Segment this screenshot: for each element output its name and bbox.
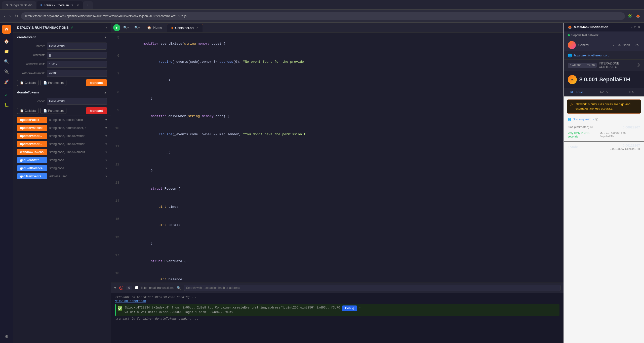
mm-minimize-btn[interactable]: − [631,25,632,29]
mm-warning: ⚠ Network is busy. Gas prices are high a… [567,99,641,114]
mm-avatar [568,41,576,49]
back-button[interactable]: ‹ [3,13,6,19]
zoom-out-btn[interactable]: 🔍− [121,26,131,29]
func-chevron-withdraw-tokens[interactable]: ▾ [105,150,107,154]
func-btn-withdraw-tokens[interactable]: withdrawTokens [17,149,47,155]
mm-suggested-text[interactable]: Sito suggerito [573,118,591,121]
func-btn-get-evet-balance[interactable]: getEvetBalance [17,165,47,171]
console-clear-btn[interactable]: 🚫 [119,286,123,290]
func-btn-update-withdr2[interactable]: updateWithdr... [17,141,47,147]
mm-suggested-row: 🌐 Sito suggerito › ⓘ [564,117,644,122]
tab-remix-close[interactable]: ✕ [77,4,79,7]
sidebar-item-deploy[interactable]: 🚀 [2,77,11,86]
console-row-expand[interactable]: ▾ [359,305,361,309]
run-button[interactable]: ▶ [113,24,120,31]
tab-remix-label: Remix - Ethereum IDE [45,4,75,7]
console-expand-btn[interactable]: ▾ [114,286,116,290]
container-sol-label: Container.sol [175,26,194,30]
func-chevron-update-withdr1[interactable]: ▾ [105,134,107,138]
donate-tokens-header[interactable]: donateTokens ▲ [13,88,111,97]
param-input-withdraw-limit[interactable] [47,61,107,68]
func-chevron-update-withdr2[interactable]: ▾ [105,142,107,146]
code-line-18: 18 uint balance; [111,270,564,283]
console-search-input[interactable] [184,285,560,291]
func-btn-update-whitelist[interactable]: updateWhitelist [17,125,47,131]
deploy-scroll: createEvent ▲ name: whitelist: withdrawL… [13,33,111,343]
create-event-header[interactable]: createEvent ▲ [13,33,111,42]
func-btn-update-public[interactable]: updatePublic [17,117,47,123]
mm-tab-data[interactable]: DATA [590,88,617,96]
metamask-fox-icon: 🦊 [568,25,572,29]
sidebar-item-home[interactable]: 🏠 [2,37,11,46]
func-btn-get-event-with[interactable]: getEventWith... [17,157,47,163]
func-chevron-get-evet-balance[interactable]: ▾ [105,166,107,170]
tab-subgraph[interactable]: S Subgraph Studio [2,1,36,9]
param-input-code[interactable] [47,98,107,105]
subgraph-favicon: S [6,4,8,7]
console-success-row: ✅ [block:4722834 txIndex:4] from: 0x06c.… [115,304,559,316]
func-params-withdraw-tokens: string code, uint256 amour [49,150,103,154]
transact-button-create[interactable]: transact [86,79,107,86]
param-input-withdraw-interval[interactable] [47,70,107,77]
sidebar-item-debug[interactable]: 🐛 [2,100,11,110]
calldata-button-donate[interactable]: 📋 Calldata [17,108,38,114]
console-etherscan-link[interactable]: view on etherscan [115,299,559,303]
sidebar-item-search[interactable]: 🔍 [2,57,11,66]
container-sol-close[interactable]: ✕ [196,26,198,29]
func-row-get-event-with: getEventWith... string code ▾ [13,156,111,164]
func-chevron-get-user-events[interactable]: ▾ [105,175,107,178]
tab-subgraph-label: Subgraph Studio [10,4,32,7]
console-search-icon[interactable]: 🔍 [177,286,181,290]
func-btn-update-withdr1[interactable]: updateWithdr... [17,133,47,139]
mm-tab-hex[interactable]: HEX [617,88,644,96]
create-event-collapse[interactable]: ▲ [104,36,107,39]
parameters-button-create[interactable]: 📄 Parameters [41,80,66,86]
sidebar-item-files[interactable]: 📁 [2,47,11,56]
sidebar-item-settings[interactable]: ⚙ [2,332,11,341]
parameters-button-donate[interactable]: 📄 Parameters [41,108,66,114]
url-bar[interactable]: remix.ethereum.org/#lang=en&optimize=fal… [21,12,625,20]
sidebar-item-verify[interactable]: ✓ [2,90,11,99]
tab-home[interactable]: 🏠 Home [143,24,166,32]
mm-tab-dettagli[interactable]: DETTAGLI [564,88,590,96]
mm-maximize-btn[interactable]: □ [634,25,636,29]
param-row-code: code: [13,97,111,106]
donate-tokens-collapse[interactable]: ▲ [104,91,107,94]
param-input-whitelist[interactable] [47,52,107,59]
debug-button[interactable]: Debug [342,305,357,311]
mm-gas-info-icon[interactable]: ⓘ [590,125,593,129]
func-btn-get-user-events[interactable]: getUserEvents [17,173,47,179]
calldata-button-create[interactable]: 📋 Calldata [17,80,38,86]
code-line-17: 17 struct EventData { [111,252,564,270]
donate-tokens-btn-row: 📋 Calldata 📄 Parameters transact [13,106,111,116]
etherscan-link[interactable]: view on etherscan [115,299,146,303]
code-line-8: 8 } [111,89,564,107]
zoom-in-btn[interactable]: 🔍+ [132,26,142,29]
code-editor[interactable]: 5 modifier eventExists(string memory cod… [111,33,564,283]
tab-container-sol[interactable]: ◆ Container.sol ✕ [167,24,203,32]
extensions-btn[interactable]: 🧩 [627,13,633,19]
mm-contract-info-icon[interactable]: ⓘ [637,63,640,67]
forward-button[interactable]: › [8,13,12,19]
mm-account-arrow[interactable]: › [613,43,614,47]
line-content-12: } [123,162,559,180]
line-num-8: 8 [111,89,123,95]
func-chevron-get-event-with[interactable]: ▾ [105,158,107,162]
metamask-ext-btn[interactable]: 🦊 [635,13,641,19]
func-chevron-update-public[interactable]: ▾ [105,118,107,122]
transact-button-donate[interactable]: transact [86,107,107,114]
mm-close-btn[interactable]: × [638,25,640,29]
param-input-name[interactable] [47,43,107,50]
mm-suggested-info-icon[interactable]: ⓘ [595,118,598,121]
parameters-icon: 📄 [43,81,47,85]
mm-suggested-arrow[interactable]: › [593,118,594,121]
mm-gas-values: 0.00028267 [623,125,640,129]
listen-checkbox[interactable] [135,286,138,289]
sidebar-item-plugin[interactable]: 🔌 [2,67,11,76]
mm-amount-area: Ξ $ 0.001 SepoliaETH [564,71,644,88]
line-content-6: require(_events[code].owner != address(0… [123,53,559,71]
func-chevron-update-whitelist[interactable]: ▾ [105,126,107,130]
reload-button[interactable]: ↻ [14,13,19,19]
tab-new[interactable]: + [83,1,93,9]
tab-remix[interactable]: R Remix - Ethereum IDE ✕ [36,1,83,9]
